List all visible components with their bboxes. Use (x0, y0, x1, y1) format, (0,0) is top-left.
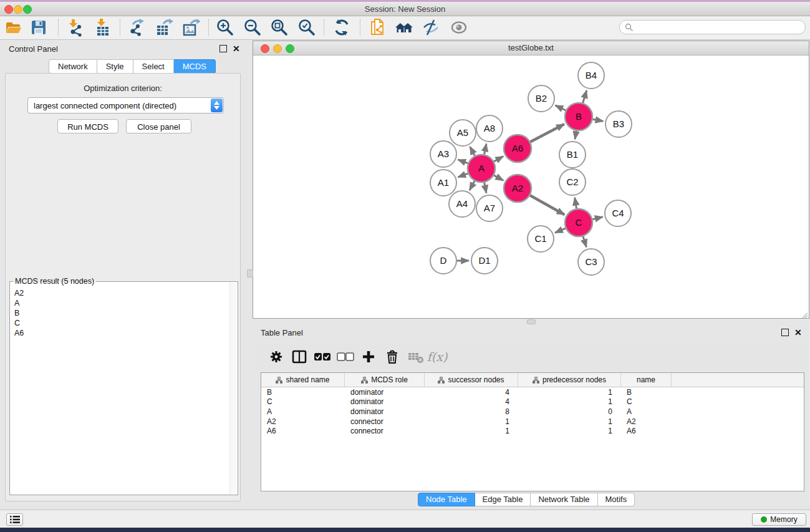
float-panel-icon[interactable] (781, 329, 789, 336)
tab-style[interactable]: Style (97, 59, 133, 74)
graph-edge-A6-B[interactable] (530, 124, 564, 142)
network-window-titlebar[interactable]: testGlobe.txt (253, 41, 809, 56)
table-row[interactable]: Cdominator41C (261, 397, 804, 407)
table-cell: dominator (345, 407, 425, 416)
graph-edge-C-C4[interactable] (592, 217, 602, 220)
export-image-icon[interactable] (180, 18, 201, 37)
criterion-dropdown[interactable]: largest connected component (directed) (27, 97, 224, 114)
table-panel-buttons: ✕ (781, 329, 802, 336)
column-header-successor-nodes[interactable]: successor nodes (425, 373, 518, 387)
result-item[interactable]: B (14, 308, 229, 318)
tab-mcds[interactable]: MCDS (174, 59, 216, 74)
graph-edge-A2-C[interactable] (530, 195, 564, 215)
result-item[interactable]: A2 (14, 288, 229, 298)
graph-edge-A-A4[interactable] (470, 181, 475, 190)
tab-network-table[interactable]: Network Table (531, 493, 597, 506)
network-window-title: testGlobe.txt (253, 43, 809, 52)
mcds-panel: Optimization criterion: largest connecte… (5, 73, 241, 501)
network-canvas[interactable]: B4B2BB3A5A8A6A3AB1A1A2C2A4A7C4C1CDD1C3 (253, 56, 809, 318)
graph-edge-C-C2[interactable] (575, 198, 577, 209)
graph-edge-B-B3[interactable] (593, 119, 604, 121)
graph-edge-A-A7[interactable] (485, 183, 486, 193)
table-options-icon[interactable] (266, 348, 286, 365)
import-network-icon[interactable] (64, 18, 85, 37)
search-input[interactable] (635, 22, 805, 32)
table-cell: B (261, 388, 345, 397)
graph-edge-A-A8[interactable] (485, 143, 486, 154)
result-list-scrollbar[interactable] (229, 283, 237, 494)
function-builder-icon[interactable]: f(x) (427, 348, 447, 365)
zoom-out-icon[interactable] (242, 18, 263, 37)
zoom-fit-icon[interactable] (269, 18, 290, 37)
import-table-icon[interactable] (92, 18, 113, 37)
network-graph[interactable]: B4B2BB3A5A8A6A3AB1A1A2C2A4A7C4C1CDD1C3 (253, 56, 809, 318)
graph-node-label: D (440, 255, 447, 266)
graph-edge-A-A5[interactable] (470, 147, 475, 156)
node-table[interactable]: shared nameMCDS rolesuccessor nodesprede… (261, 372, 804, 491)
graph-edge-C-C1[interactable] (555, 228, 566, 233)
graph-edge-B-B4[interactable] (583, 90, 587, 103)
graph-edge-A-A2[interactable] (494, 175, 503, 180)
task-history-button[interactable] (6, 513, 23, 526)
float-panel-icon[interactable] (219, 45, 227, 52)
home-view-icon[interactable] (393, 18, 415, 37)
tab-node-table[interactable]: Node Table (418, 493, 475, 506)
column-header-name[interactable]: name (621, 373, 672, 387)
vertical-splitter-grip[interactable] (247, 269, 253, 278)
resize-grip-icon[interactable] (802, 311, 808, 317)
open-file-icon[interactable] (3, 18, 24, 37)
mcds-result-list[interactable]: A2ABCA6 (11, 284, 229, 494)
graph-node-label: C3 (585, 256, 597, 267)
table-row[interactable]: A2connector11A2 (261, 417, 804, 427)
refresh-layout-icon[interactable] (331, 18, 352, 37)
run-mcds-button[interactable]: Run MCDS (57, 119, 118, 133)
result-item[interactable]: A (14, 298, 229, 308)
table-cell: 1 (425, 427, 518, 435)
graph-node-label: B3 (613, 118, 624, 129)
delete-table-icon[interactable] (406, 348, 426, 365)
result-item[interactable]: C (14, 318, 229, 328)
graph-edge-A-A1[interactable] (458, 173, 468, 177)
table-row[interactable]: A6connector11A6 (261, 426, 804, 436)
tab-network[interactable]: Network (49, 59, 97, 74)
clone-network-icon[interactable] (367, 18, 388, 37)
graph-edge-B-B2[interactable] (556, 105, 566, 110)
export-table-icon[interactable] (153, 18, 175, 37)
table-row[interactable]: Bdominator41B (261, 387, 804, 397)
show-column-icon[interactable] (289, 348, 309, 365)
close-panel-icon[interactable]: ✕ (233, 46, 240, 52)
graph-edge-C-C3[interactable] (583, 236, 586, 247)
add-column-icon[interactable] (359, 348, 378, 365)
export-network-icon[interactable] (127, 18, 148, 37)
close-panel-icon[interactable]: ✕ (794, 329, 802, 336)
control-panel-tabs: NetworkStyleSelectMCDS (49, 59, 216, 74)
result-item[interactable]: A6 (14, 328, 229, 338)
table-cell: dominator (345, 397, 425, 406)
graph-edge-A-A6[interactable] (494, 157, 503, 162)
graph-node-label: A1 (438, 177, 449, 188)
horizontal-splitter-grip[interactable] (527, 319, 536, 324)
zoom-in-icon[interactable] (215, 18, 236, 37)
close-panel-button[interactable]: Close panel (126, 119, 191, 133)
delete-column-icon[interactable] (382, 348, 402, 365)
tab-motifs[interactable]: Motifs (598, 493, 635, 506)
show-graphics-details-icon[interactable] (448, 18, 470, 37)
table-row[interactable]: Adominator80A (261, 407, 804, 417)
column-header-predecessor-nodes[interactable]: predecessor nodes (518, 373, 621, 387)
select-all-icon[interactable] (312, 348, 332, 365)
tab-select[interactable]: Select (133, 59, 174, 74)
tab-edge-table[interactable]: Edge Table (475, 493, 531, 506)
column-header-MCDS-role[interactable]: MCDS role (345, 373, 425, 387)
hide-graphics-details-icon[interactable] (420, 18, 441, 37)
graph-edge-B-B1[interactable] (575, 131, 576, 140)
control-panel-buttons: ✕ (219, 45, 240, 52)
title-bar: Session: New Session (0, 2, 810, 16)
memory-button[interactable]: Memory (752, 513, 806, 526)
zoom-selected-icon[interactable] (296, 18, 317, 37)
column-header-shared-name[interactable]: shared name (261, 373, 345, 387)
graph-edge-A-A3[interactable] (458, 160, 468, 163)
save-session-icon[interactable] (28, 18, 49, 37)
search-field[interactable] (619, 20, 806, 34)
unselect-all-icon[interactable] (335, 348, 355, 365)
table-cell: 1 (518, 388, 621, 397)
